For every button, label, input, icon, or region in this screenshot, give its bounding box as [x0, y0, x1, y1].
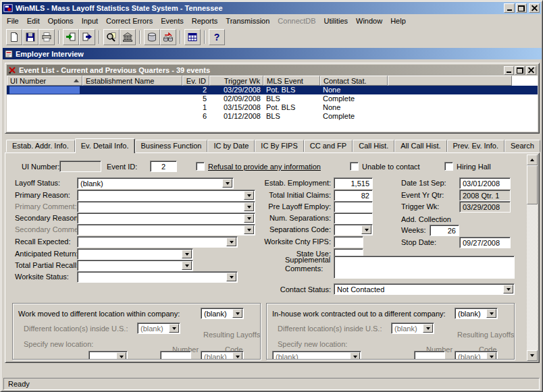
chevron-down-icon[interactable] — [222, 179, 232, 188]
different-location-select[interactable]: (blank) — [391, 323, 434, 334]
layoff-status-select[interactable]: (blank) — [77, 177, 234, 189]
secondary-comment-select[interactable] — [77, 224, 255, 235]
weeks-field[interactable]: 26 — [430, 225, 459, 236]
stop-date-field[interactable]: 09/27/2008 — [459, 237, 511, 248]
chevron-down-icon[interactable] — [503, 285, 513, 293]
close-button[interactable] — [529, 3, 540, 13]
tab-business-function[interactable]: Business Function — [135, 140, 208, 152]
contact-status-select[interactable]: Not Contacted — [334, 283, 515, 295]
database-transfer-button[interactable] — [160, 29, 176, 45]
chevron-down-icon[interactable] — [423, 324, 433, 333]
menu-utilities[interactable]: Utilities — [320, 16, 352, 26]
date-1st-sep-field[interactable]: 03/01/2008 — [459, 177, 511, 189]
anticipated-return-select[interactable] — [77, 248, 193, 260]
tab-ev-detail-info[interactable]: Ev. Detail Info. — [75, 138, 135, 153]
bank-button[interactable] — [120, 29, 136, 45]
table-row[interactable]: 6 01/12/2008 BLS Complete — [7, 112, 538, 121]
event-list-close-button[interactable] — [526, 66, 536, 75]
chevron-down-icon[interactable] — [116, 352, 126, 360]
chevron-down-icon[interactable] — [244, 202, 254, 211]
recall-expected-select[interactable] — [77, 236, 238, 248]
table-row[interactable]: 5 02/09/2008 BLS Complete — [7, 94, 538, 103]
column-header-contact-stat[interactable]: Contact Stat. — [320, 76, 388, 86]
secondary-reason-select[interactable] — [77, 213, 255, 224]
supplemental-comments-field[interactable] — [334, 256, 515, 279]
chevron-down-icon[interactable] — [182, 250, 192, 258]
database-button[interactable] — [144, 29, 160, 45]
worksite-status-select[interactable] — [77, 271, 238, 283]
pre-layoff-employ-field[interactable] — [334, 201, 373, 213]
separations-code-select[interactable] — [334, 224, 373, 235]
specify-location-select[interactable] — [88, 351, 128, 360]
chevron-down-icon[interactable] — [232, 352, 242, 360]
grid-button[interactable] — [184, 29, 201, 45]
chevron-down-icon[interactable] — [350, 352, 360, 360]
scroll-down-button[interactable] — [527, 350, 538, 361]
chevron-down-icon[interactable] — [182, 261, 192, 270]
tab-estab-addr-info[interactable]: Estab. Addr. Info. — [6, 140, 75, 152]
menu-window[interactable]: Window — [352, 16, 386, 26]
event-list-restore-button[interactable] — [515, 66, 525, 75]
scrollbar-thumb[interactable] — [527, 165, 538, 204]
primary-reason-select[interactable] — [77, 190, 255, 201]
primary-comment-select[interactable] — [77, 201, 255, 213]
menu-transmission[interactable]: Transmission — [222, 16, 274, 26]
contracted-out-select[interactable]: (blank) — [455, 308, 498, 319]
resulting-number-field[interactable] — [160, 351, 191, 360]
estab-employment-field[interactable]: 1,515 — [334, 177, 373, 189]
menu-input[interactable]: Input — [78, 16, 102, 26]
menu-help[interactable]: Help — [386, 16, 410, 26]
resulting-code-select[interactable]: (blank) — [201, 351, 244, 360]
ui-number-field[interactable] — [59, 161, 101, 172]
total-partial-recall-select[interactable] — [77, 260, 193, 271]
specify-location-select[interactable]: (blank) — [272, 351, 361, 360]
column-header-mls-event[interactable]: MLS Event — [263, 76, 320, 86]
chevron-down-icon[interactable] — [361, 225, 371, 234]
column-header-ev-id[interactable]: Ev. ID — [182, 76, 209, 86]
chevron-down-icon[interactable] — [232, 309, 242, 318]
menu-file[interactable]: File — [3, 16, 23, 26]
restore-button[interactable] — [516, 3, 527, 13]
tab-call-hist[interactable]: Call Hist. — [353, 140, 394, 152]
scroll-up-button[interactable] — [527, 155, 538, 165]
event-id-field[interactable]: 2 — [150, 161, 177, 172]
menu-options[interactable]: Options — [44, 16, 78, 26]
chevron-down-icon[interactable] — [169, 324, 179, 333]
hiring-hall-checkbox[interactable] — [444, 162, 453, 171]
table-row[interactable]: 2 03/29/2008 Pot. BLS None — [7, 86, 538, 94]
tab-prev-ev-info[interactable]: Prev. Ev. Info. — [447, 140, 505, 152]
tab-cc-and-fp[interactable]: CC and FP — [304, 140, 353, 152]
different-location-select[interactable]: (blank) — [137, 323, 180, 334]
help-button[interactable]: ? — [209, 29, 225, 45]
export-button[interactable] — [79, 29, 95, 45]
chevron-down-icon[interactable] — [244, 225, 254, 234]
table-row[interactable]: 1 03/15/2008 Pot. BLS None — [7, 103, 538, 112]
refusal-checkbox[interactable] — [196, 162, 205, 171]
worksite-cnty-fips-field[interactable] — [334, 236, 363, 248]
minimize-button[interactable] — [504, 3, 515, 13]
tab-search[interactable]: Search — [505, 140, 540, 152]
tab-ic-by-date[interactable]: IC by Date — [207, 140, 255, 152]
column-header-establishment-name[interactable]: Establishment Name — [82, 76, 182, 86]
chevron-down-icon[interactable] — [244, 214, 254, 223]
work-moved-select[interactable]: (blank) — [201, 308, 244, 319]
unable-to-contact-checkbox[interactable] — [350, 162, 359, 171]
find-event-button[interactable] — [103, 29, 120, 45]
menu-events[interactable]: Events — [157, 16, 188, 26]
menu-edit[interactable]: Edit — [23, 16, 44, 26]
chevron-down-icon[interactable] — [486, 309, 496, 318]
vertical-scrollbar[interactable] — [527, 155, 538, 361]
new-document-button[interactable] — [6, 29, 22, 45]
menu-correct-errors[interactable]: Correct Errors — [102, 16, 157, 26]
chevron-down-icon[interactable] — [244, 191, 254, 200]
menu-reports[interactable]: Reports — [188, 16, 222, 26]
chevron-down-icon[interactable] — [226, 237, 236, 246]
resulting-number-field[interactable] — [414, 351, 445, 360]
resulting-code-select[interactable]: (blank) — [455, 351, 498, 360]
chevron-down-icon[interactable] — [486, 352, 496, 360]
print-button[interactable] — [38, 29, 55, 45]
chevron-down-icon[interactable] — [226, 273, 236, 281]
tab-all-call-hist[interactable]: All Call Hist. — [394, 140, 446, 152]
event-list-minimize-button[interactable] — [504, 66, 514, 75]
num-separations-field[interactable] — [334, 213, 373, 224]
